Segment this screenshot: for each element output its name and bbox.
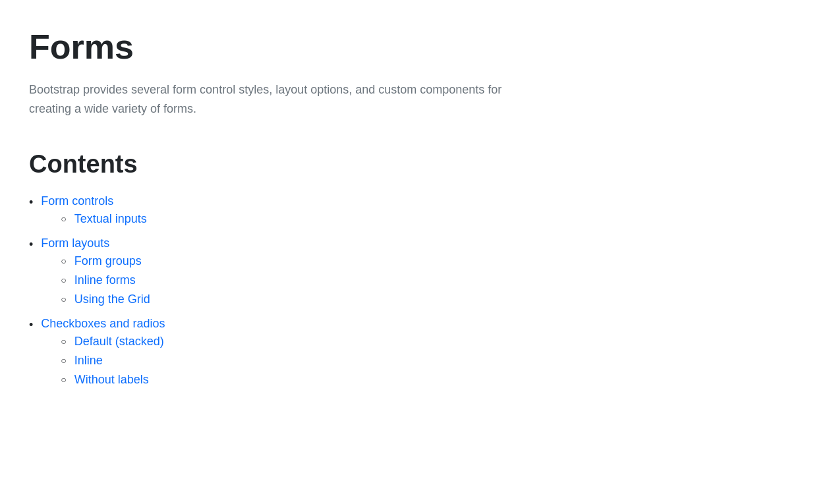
list-item-without-labels: ○ Without labels — [61, 373, 165, 387]
list-item-inline: ○ Inline — [61, 354, 165, 368]
list-item-form-layouts: • Form layouts ○ Form groups ○ Inline fo… — [29, 237, 804, 312]
bullet-open-icon: ○ — [61, 294, 66, 304]
link-inline[interactable]: Inline — [74, 354, 103, 368]
list-item-form-controls: • Form controls ○ Textual inputs — [29, 194, 804, 231]
contents-list: • Form controls ○ Textual inputs • Form … — [29, 194, 804, 392]
list-item-form-groups: ○ Form groups — [61, 254, 150, 268]
bullet-icon: • — [29, 196, 33, 210]
link-form-layouts[interactable]: Form layouts — [41, 237, 150, 250]
bullet-open-icon: ○ — [61, 256, 66, 266]
page-description: Bootstrap provides several form control … — [29, 80, 530, 119]
bullet-open-icon: ○ — [61, 374, 66, 385]
page-title: Forms — [29, 26, 804, 67]
bullet-open-icon: ○ — [61, 213, 66, 224]
bullet-open-icon: ○ — [61, 275, 66, 285]
link-using-the-grid[interactable]: Using the Grid — [74, 293, 150, 306]
list-item-default-stacked: ○ Default (stacked) — [61, 335, 165, 349]
bullet-open-icon: ○ — [61, 355, 66, 366]
list-item-checkboxes-radios: • Checkboxes and radios ○ Default (stack… — [29, 317, 804, 392]
link-form-groups[interactable]: Form groups — [74, 254, 142, 268]
list-item-textual-inputs: ○ Textual inputs — [61, 212, 147, 226]
link-checkboxes-radios[interactable]: Checkboxes and radios — [41, 317, 165, 331]
bullet-icon: • — [29, 238, 33, 252]
bullet-icon: • — [29, 318, 33, 332]
contents-heading: Contents — [29, 150, 804, 179]
link-form-controls[interactable]: Form controls — [41, 194, 147, 208]
link-textual-inputs[interactable]: Textual inputs — [74, 212, 147, 226]
link-without-labels[interactable]: Without labels — [74, 373, 149, 387]
bullet-open-icon: ○ — [61, 336, 66, 347]
list-item-inline-forms: ○ Inline forms — [61, 273, 150, 287]
list-item-using-the-grid: ○ Using the Grid — [61, 293, 150, 306]
link-inline-forms[interactable]: Inline forms — [74, 273, 136, 287]
link-default-stacked[interactable]: Default (stacked) — [74, 335, 164, 349]
